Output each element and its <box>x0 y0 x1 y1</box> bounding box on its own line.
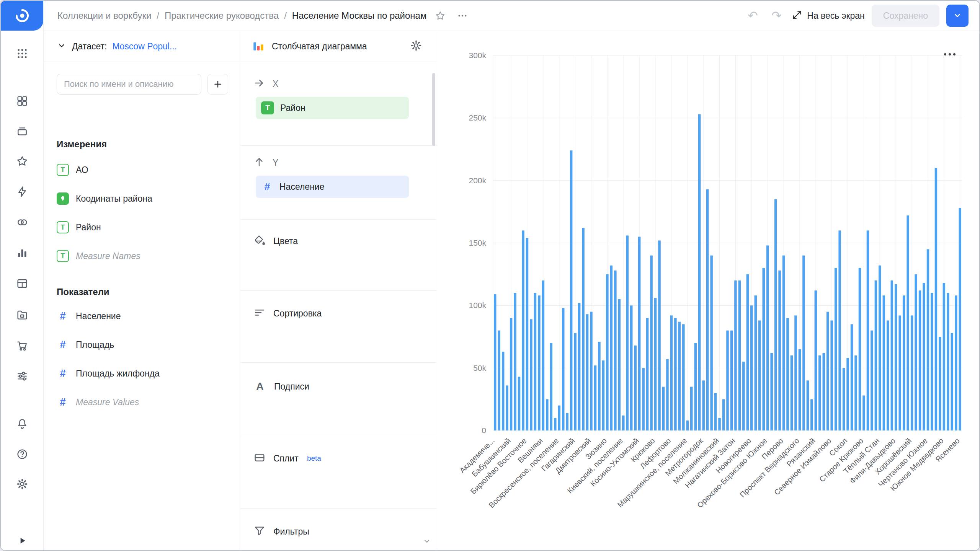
field-label: Район <box>76 222 101 233</box>
field-label: Население <box>76 311 121 321</box>
labels-label: Подписи <box>274 381 309 392</box>
geopoint-field-icon <box>57 192 69 205</box>
text-field-icon: T <box>261 101 274 114</box>
breadcrumb-workbook[interactable]: Практические руководства <box>165 10 279 21</box>
x-axis-label: X <box>273 79 278 89</box>
sorting-label: Сортировка <box>273 308 322 319</box>
sort-icon <box>253 306 266 320</box>
paint-bucket-icon <box>253 234 266 248</box>
marketplace-cart-icon[interactable] <box>15 338 29 353</box>
save-dropdown-button[interactable] <box>946 5 969 27</box>
field-row-measure-values[interactable]: # Measure Values <box>57 394 232 411</box>
left-navigation-rail <box>1 1 44 550</box>
x-field-label: Район <box>280 103 305 113</box>
text-field-icon: T <box>57 221 69 233</box>
colors-section[interactable]: Цвета <box>240 232 437 250</box>
field-label: Measure Names <box>76 251 140 261</box>
datasets-table-icon[interactable] <box>15 276 29 291</box>
fullscreen-icon <box>792 10 802 22</box>
y-field-label: Население <box>279 182 324 192</box>
dimensions-section-title: Измерения <box>57 139 107 150</box>
chart-config-panel: Столбчатая диаграмма X T Район Y # Насел… <box>240 31 437 550</box>
dataset-collapse-chevron-icon[interactable] <box>57 41 67 52</box>
svg-text:0: 0 <box>482 426 486 435</box>
svg-text:300k: 300k <box>469 51 486 60</box>
svg-text:200k: 200k <box>469 176 486 185</box>
undo-icon[interactable]: ↶ <box>744 7 761 24</box>
breadcrumb-separator: / <box>284 10 287 21</box>
x-field-pill[interactable]: T Район <box>256 97 409 119</box>
fullscreen-button[interactable]: На весь экран <box>792 10 865 22</box>
filters-section[interactable]: Фильтры <box>240 522 437 541</box>
services-icon[interactable] <box>15 215 29 230</box>
text-field-icon: T <box>57 250 69 262</box>
add-field-button[interactable] <box>207 74 228 95</box>
breadcrumb: Коллекции и воркбуки / Практические руко… <box>57 1 471 31</box>
favorites-star-icon[interactable] <box>15 154 29 168</box>
bar-chart-svg: 050k100k150k200k250k300kАкадемиче...Бабу… <box>438 31 980 551</box>
saved-button[interactable]: Сохранено <box>872 5 939 27</box>
field-label: Площадь <box>76 340 114 350</box>
sorting-section[interactable]: Сортировка <box>240 304 437 323</box>
breadcrumb-separator: / <box>157 10 159 21</box>
chart-type-label[interactable]: Столбчатая диаграмма <box>272 41 403 52</box>
split-section[interactable]: Сплит beta <box>240 449 437 468</box>
y-field-pill[interactable]: # Население <box>256 176 409 198</box>
text-field-icon: T <box>57 164 69 176</box>
field-label: АО <box>76 165 88 175</box>
connections-icon[interactable] <box>15 184 29 199</box>
dataset-header: Датасет: Moscow Popul... <box>44 31 240 62</box>
expand-panel-icon[interactable] <box>15 533 29 548</box>
scroll-down-chevron-icon[interactable] <box>422 536 431 547</box>
field-row-coords[interactable]: Коодинаты района <box>57 190 232 207</box>
charts-icon[interactable] <box>15 246 29 260</box>
dataset-name-link[interactable]: Moscow Popul... <box>112 41 177 52</box>
app-window: Коллекции и воркбуки / Практические руко… <box>0 0 980 551</box>
settings-gear-icon[interactable] <box>15 477 29 491</box>
split-icon <box>253 452 266 465</box>
measures-section-title: Показатели <box>57 287 109 297</box>
x-axis-section: X <box>240 75 437 93</box>
filter-funnel-icon <box>253 525 266 538</box>
storage-folder-icon[interactable] <box>15 308 29 322</box>
field-row-ao[interactable]: T АО <box>57 161 232 178</box>
y-axis-section: Y <box>240 153 437 172</box>
labels-a-icon: A <box>253 381 266 393</box>
fullscreen-label: На весь экран <box>807 11 865 21</box>
number-field-icon: # <box>57 396 69 408</box>
collections-icon[interactable] <box>15 124 29 139</box>
settings-sliders-icon[interactable] <box>15 369 29 383</box>
dataset-panel: Датасет: Moscow Popul... Измерения T АО … <box>44 31 240 550</box>
field-search-input[interactable] <box>57 74 201 95</box>
datalens-logo[interactable] <box>1 1 43 31</box>
beta-badge: beta <box>307 454 321 463</box>
more-menu-icon[interactable] <box>454 7 471 24</box>
chart-settings-gear-icon[interactable] <box>410 39 422 53</box>
field-row-housing-area[interactable]: # Площадь жилфонда <box>57 365 232 382</box>
svg-text:150k: 150k <box>469 238 486 247</box>
svg-text:50k: 50k <box>473 364 486 372</box>
top-bar: Коллекции и воркбуки / Практические руко… <box>1 1 979 31</box>
redo-icon[interactable]: ↷ <box>768 7 785 24</box>
breadcrumb-collections[interactable]: Коллекции и воркбуки <box>57 10 151 21</box>
apps-grid-icon[interactable] <box>15 46 29 61</box>
svg-text:100k: 100k <box>469 301 486 310</box>
help-icon[interactable] <box>15 447 29 461</box>
favorite-star-icon[interactable] <box>432 7 449 24</box>
field-row-area[interactable]: # Площадь <box>57 336 232 353</box>
labels-section[interactable]: A Подписи <box>240 377 437 396</box>
arrow-right-icon <box>253 77 265 90</box>
chart-type-header: Столбчатая диаграмма <box>240 31 437 62</box>
notifications-bell-icon[interactable] <box>15 416 29 431</box>
topbar-actions: ↶ ↷ На весь экран Сохранено <box>744 1 969 31</box>
field-row-measure-names[interactable]: T Measure Names <box>57 248 232 264</box>
field-row-rayon[interactable]: T Район <box>57 219 232 236</box>
field-label: Площадь жилфонда <box>76 368 160 379</box>
bar-chart-type-icon[interactable] <box>252 39 265 54</box>
chart-menu-dots-icon[interactable] <box>942 51 958 58</box>
svg-text:250k: 250k <box>469 113 486 122</box>
catalog-icon[interactable] <box>15 94 29 108</box>
field-row-population[interactable]: # Население <box>57 308 232 324</box>
config-scrollbar-thumb[interactable] <box>432 73 435 146</box>
y-axis-label: Y <box>273 158 278 168</box>
